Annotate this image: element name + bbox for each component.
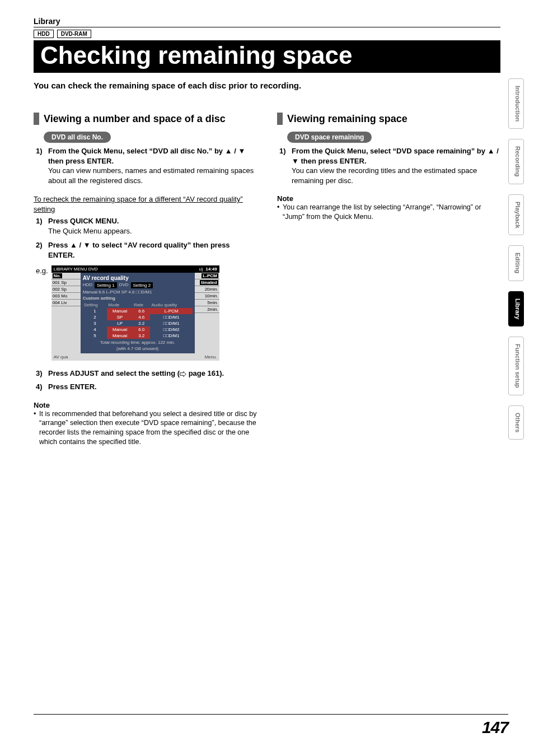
pill-dvd-all-disc: DVD all disc No.: [44, 132, 111, 143]
osd-panel-title: AV record quality: [83, 275, 193, 281]
osd-bottom-right: Menu.: [204, 354, 217, 360]
osd-right-row: 5min.: [195, 300, 219, 306]
osd-right-row: 20min.: [195, 286, 219, 293]
step-number: 4): [36, 382, 48, 392]
heading-bar-icon: [277, 113, 283, 125]
page-title: Checking remaining space: [34, 40, 500, 73]
osd-example-screenshot: LIBRARY MENU DVD u) 14:49 No. 001 Sp 002…: [51, 265, 219, 361]
badge-dvd-ram: DVD-RAM: [57, 30, 91, 38]
osd-th: Audio quality: [150, 302, 192, 308]
side-tab-function-setup[interactable]: Function setup: [508, 337, 524, 395]
osd-left-row: 001 Sp: [51, 279, 81, 286]
osd-top-u: u): [199, 267, 203, 272]
heading-bar-icon: [34, 113, 39, 125]
step-text: Press QUICK MENU.: [48, 217, 119, 225]
header-rule: [34, 27, 500, 27]
osd-tab-setting1: Setting 1: [95, 282, 117, 288]
osd-no-header: No.: [53, 273, 62, 278]
side-tab-others[interactable]: Others: [508, 405, 524, 440]
left-heading: Viewing a number and space of a disc: [34, 113, 257, 125]
footer-rule: [34, 714, 508, 715]
section-label: Library: [34, 17, 500, 27]
osd-left-row: 003 Mo: [51, 293, 81, 300]
pill-dvd-space-remaining: DVD space remaining: [287, 132, 372, 143]
osd-right-row: 2min.: [195, 306, 219, 313]
osd-th: Mode: [107, 302, 133, 308]
note-heading: Note: [277, 194, 500, 203]
osd-settings-line: Manual 6.6 L-PCM SP 4.6 □□D/M1: [83, 290, 193, 295]
step-desc: You can view the recording titles and th…: [292, 166, 477, 185]
right-heading-text: Viewing remaining space: [287, 113, 407, 125]
bullet-icon: •: [34, 409, 39, 447]
osd-time: 14:49: [205, 267, 217, 272]
osd-tab-setting2: Setting 2: [131, 282, 153, 288]
side-tab-introduction[interactable]: Introduction: [508, 78, 524, 129]
step-text: From the Quick Menu, select “DVD space r…: [292, 147, 499, 165]
recheck-heading: To recheck the remaining space for a dif…: [34, 194, 257, 214]
step-text: Press ADJUST and select the setting ( pa…: [48, 368, 224, 379]
osd-bottom-left: AV qua: [54, 354, 68, 360]
side-tab-playback[interactable]: Playback: [508, 194, 524, 236]
step-text: Press ENTER.: [48, 382, 97, 392]
step-number: 1): [36, 216, 48, 236]
osd-th: Setting: [83, 302, 107, 308]
bullet-icon: •: [277, 203, 283, 222]
osd-right-head2: timated: [200, 280, 218, 285]
note-text: You can rearrange the list by selecting …: [283, 203, 500, 222]
osd-tab-pre: DVD: [119, 282, 129, 288]
osd-top-left: LIBRARY MENU DVD: [54, 267, 98, 272]
side-tab-strip: Introduction Recording Playback Editing …: [508, 78, 524, 440]
osd-custom-label: Custom setting: [83, 296, 193, 301]
left-heading-text: Viewing a number and space of a disc: [44, 113, 226, 125]
osd-tab-pre: HDD: [83, 282, 92, 288]
eg-label: e.g.: [36, 265, 48, 275]
osd-total-line2: (with 4.7 GB unused): [83, 345, 193, 351]
step-text: Press ▲ / ▼ to select “AV record quality…: [48, 241, 230, 259]
note-text: It is recommended that beforehand you se…: [39, 409, 257, 447]
osd-left-row: 004 Liv: [51, 300, 81, 306]
osd-total-line1: Total recording time: approx. 122 min.: [83, 339, 193, 345]
badge-hdd: HDD: [34, 30, 54, 38]
side-tab-editing[interactable]: Editing: [508, 245, 524, 281]
page-ref-arrow-icon: [180, 371, 186, 377]
side-tab-recording[interactable]: Recording: [508, 139, 524, 184]
right-heading: Viewing remaining space: [277, 113, 500, 125]
step-text: From the Quick Menu, select “DVD all dis…: [48, 147, 245, 165]
osd-right-head1: L-PCM: [202, 273, 218, 278]
step-number: 3): [36, 368, 48, 379]
osd-right-row: 10min.: [195, 293, 219, 300]
step-desc: The Quick Menu appears.: [48, 227, 132, 235]
note-heading: Note: [34, 401, 257, 409]
step-number: 1): [279, 146, 292, 185]
side-tab-library[interactable]: Library: [508, 291, 524, 326]
step-number: 1): [36, 146, 48, 185]
osd-settings-table: Setting Mode Rate Audio quality 1Manual6…: [83, 302, 193, 339]
intro-text: You can check the remaining space of eac…: [34, 81, 500, 90]
osd-th: Rate: [133, 302, 151, 308]
page-number: 147: [482, 718, 508, 737]
step-number: 2): [36, 240, 48, 260]
osd-left-row: 002 Sp: [51, 286, 81, 293]
step-desc: You can view numbers, names and estimate…: [48, 166, 254, 185]
